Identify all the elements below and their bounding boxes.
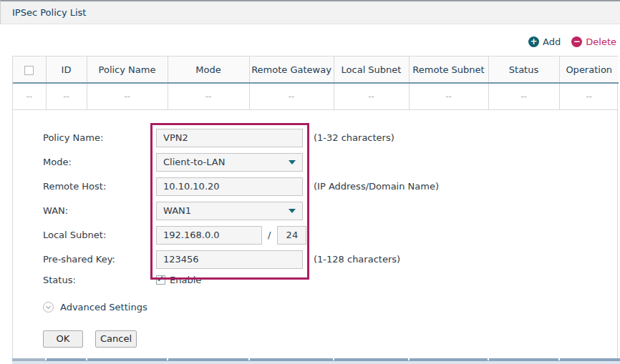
add-button-label: Add — [543, 36, 561, 47]
page-title: IPSec Policy List — [12, 7, 86, 18]
delete-button-label: Delete — [586, 36, 616, 47]
cancel-button[interactable]: Cancel — [95, 330, 137, 348]
next-table-top-edge — [12, 358, 620, 364]
column-header-remote-subnet: Remote Subnet — [409, 56, 488, 83]
column-header-policy-name: Policy Name — [87, 56, 168, 83]
mode-label: Mode: — [43, 157, 150, 167]
plus-circle-icon: + — [528, 36, 539, 47]
subnet-separator: / — [268, 230, 271, 240]
advanced-settings-toggle[interactable]: Advanced Settings — [43, 301, 617, 314]
form-buttons: OK Cancel — [43, 330, 617, 348]
mode-row: Mode: Client-to-LAN — [43, 150, 617, 174]
subnet-prefix-input[interactable] — [277, 226, 306, 245]
column-header-operation: Operation — [559, 56, 619, 83]
cell-policy-name: -- — [87, 83, 168, 109]
pre-shared-key-label: Pre-shared Key: — [43, 254, 150, 265]
wan-row: WAN: WAN1 — [43, 199, 617, 223]
wan-select-value: WAN1 — [163, 205, 191, 216]
remote-host-input[interactable] — [156, 177, 303, 196]
wan-label: WAN: — [43, 205, 150, 216]
policy-editor-form: Policy Name: (1-32 characters) Mode: Cli… — [13, 110, 617, 348]
table-toolbar: + Add − Delete — [528, 36, 616, 47]
cell-select: -- — [13, 83, 46, 109]
cell-remote-gateway: -- — [249, 83, 334, 109]
column-header-mode: Mode — [168, 56, 249, 83]
column-header-local-subnet: Local Subnet — [334, 56, 409, 83]
cell-mode: -- — [168, 83, 249, 109]
remote-host-hint: (IP Address/Domain Name) — [314, 181, 439, 192]
minus-circle-icon: − — [571, 36, 582, 47]
enable-checkbox-label: Enable — [170, 275, 201, 285]
mode-select-value: Client-to-LAN — [163, 157, 225, 167]
chevron-down-icon — [289, 209, 296, 213]
ok-button[interactable]: OK — [43, 330, 83, 348]
status-label: Status: — [43, 275, 150, 285]
header-select-cell — [13, 56, 46, 83]
cell-local-subnet: -- — [334, 83, 409, 109]
pre-shared-key-input[interactable] — [156, 250, 303, 269]
policy-table: ID Policy Name Mode Remote Gateway Local… — [13, 56, 619, 110]
policy-name-input[interactable] — [156, 129, 303, 147]
remote-host-row: Remote Host: (IP Address/Domain Name) — [43, 174, 617, 199]
chevron-down-icon — [289, 160, 296, 164]
advanced-settings-label: Advanced Settings — [60, 302, 147, 313]
table-header-row: ID Policy Name Mode Remote Gateway Local… — [13, 56, 619, 83]
policy-name-row: Policy Name: (1-32 characters) — [43, 126, 617, 150]
remote-host-label: Remote Host: — [43, 181, 150, 192]
section-title-bar: IPSec Policy List — [0, 0, 620, 24]
cell-status: -- — [488, 83, 559, 109]
local-subnet-label: Local Subnet: — [43, 230, 150, 240]
pre-shared-key-row: Pre-shared Key: (1-128 characters) — [43, 247, 617, 272]
column-header-id: ID — [46, 56, 87, 83]
cell-operation: -- — [559, 83, 619, 109]
mode-select[interactable]: Client-to-LAN — [156, 153, 303, 172]
local-subnet-row: Local Subnet: / — [43, 223, 617, 247]
select-all-checkbox[interactable] — [24, 66, 34, 75]
cell-id: -- — [46, 83, 87, 109]
next-table-border — [12, 358, 620, 361]
column-header-status: Status — [488, 56, 559, 83]
next-table-header-sliver — [12, 361, 620, 364]
enable-checkbox[interactable] — [156, 275, 165, 285]
policy-name-hint: (1-32 characters) — [314, 132, 394, 143]
chevron-down-circle-icon — [43, 302, 54, 313]
cell-remote-subnet: -- — [409, 83, 488, 109]
wan-select[interactable]: WAN1 — [156, 202, 303, 220]
delete-button[interactable]: − Delete — [571, 36, 616, 47]
column-header-remote-gateway: Remote Gateway — [249, 56, 334, 83]
add-button[interactable]: + Add — [528, 36, 561, 47]
policy-name-label: Policy Name: — [43, 132, 150, 143]
table-row: -- -- -- -- -- -- -- -- -- — [13, 83, 619, 109]
pre-shared-key-hint: (1-128 characters) — [314, 254, 400, 265]
local-subnet-input[interactable] — [156, 226, 262, 245]
status-row: Status: Enable — [43, 272, 617, 289]
ipsec-policy-panel: ID Policy Name Mode Remote Gateway Local… — [12, 56, 618, 358]
